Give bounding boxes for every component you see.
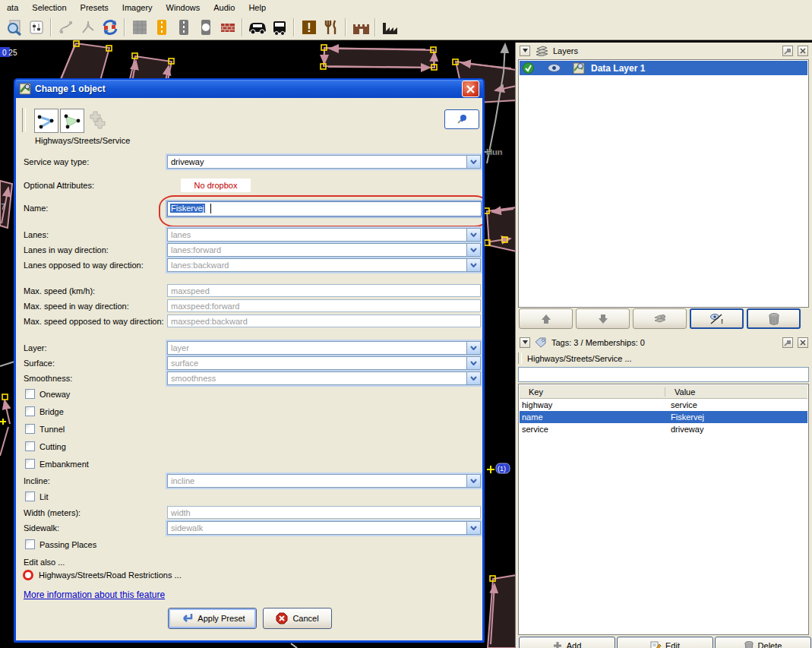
unglue-way-icon[interactable] [55, 17, 77, 39]
menu-audio[interactable]: Audio [207, 1, 242, 14]
menu-selection[interactable]: Selection [25, 1, 73, 14]
edit-tag-button[interactable]: Edit [617, 637, 713, 648]
delete-tag-button[interactable]: Delete [715, 637, 811, 648]
terrace-icon[interactable] [128, 17, 150, 39]
chevron-down-icon[interactable] [466, 475, 480, 487]
service-way-type-combobox[interactable]: driveway [167, 155, 481, 169]
castle-icon[interactable] [349, 17, 371, 39]
search-icon[interactable] [3, 17, 25, 39]
passing-places-checkbox[interactable]: Passing Places [25, 539, 96, 549]
move-layer-up-button[interactable] [519, 308, 573, 329]
checkbox-box[interactable] [25, 406, 35, 416]
lanes-backward-combobox[interactable]: lanes:backward [167, 258, 481, 272]
menu-imagery[interactable]: Imagery [115, 1, 160, 14]
lanes-forward-combobox[interactable]: lanes:forward [167, 243, 481, 257]
toolbar-grip[interactable] [22, 108, 26, 132]
tag-row-highway[interactable]: highway service [520, 399, 807, 411]
field-row-lanes-forward: Lanes in way direction: lanes:forward [16, 243, 482, 258]
bridge-checkbox[interactable]: Bridge [25, 406, 64, 416]
tunnel-checkbox[interactable]: Tunnel [25, 424, 65, 434]
layer-combobox[interactable]: layer [167, 341, 481, 355]
chevron-down-icon[interactable] [466, 522, 480, 534]
maxspeed-backward-input[interactable]: maxspeed:backward [167, 315, 481, 327]
surface-combobox[interactable]: surface [167, 356, 481, 370]
map-count-badge: (1) [498, 465, 506, 473]
maxspeed-forward-input[interactable]: maxspeed:forward [167, 299, 481, 312]
dialog-title: Change 1 object [35, 84, 106, 94]
layers-list[interactable]: Data Layer 1 [518, 59, 809, 308]
chevron-down-icon[interactable] [466, 372, 480, 384]
oneway-checkbox[interactable]: Oneway [25, 389, 70, 399]
merge-layers-icon [653, 314, 667, 324]
chevron-down-icon[interactable] [466, 259, 480, 271]
close-panel-icon[interactable] [798, 46, 808, 56]
toggle-visibility-button[interactable]: ! [690, 308, 744, 329]
minor-road-icon[interactable] [172, 17, 194, 39]
split-way-icon[interactable] [77, 17, 99, 39]
menu-data[interactable]: ata [0, 1, 25, 14]
close-icon[interactable] [462, 81, 479, 97]
apply-preset-button[interactable]: Apply Preset [168, 608, 257, 629]
menu-help[interactable]: Help [242, 1, 273, 14]
chevron-down-icon[interactable] [466, 229, 480, 241]
embankment-checkbox[interactable]: Embankment [25, 459, 89, 469]
incline-combobox[interactable]: incline [167, 474, 481, 488]
cancel-icon [276, 612, 288, 624]
motorway-icon[interactable] [150, 17, 172, 39]
cutting-checkbox[interactable]: Cutting [25, 441, 66, 451]
dialog-titlebar[interactable]: Change 1 object [15, 80, 483, 98]
collapse-panel-icon[interactable] [520, 46, 530, 56]
restaurant-icon[interactable] [320, 17, 342, 39]
checkbox-box[interactable] [25, 424, 35, 434]
value-column-header[interactable]: Value [665, 387, 695, 397]
lanes-combobox[interactable]: lanes [167, 228, 481, 242]
layer-visibility-eye-icon[interactable] [548, 64, 561, 72]
cancel-button[interactable]: Cancel [263, 608, 332, 629]
edit-also-road-restrictions[interactable]: Highways/Streets/Road Restrictions ... [39, 571, 182, 580]
layer-row-data-layer-1[interactable]: Data Layer 1 [520, 61, 807, 75]
name-input[interactable]: Fiskervej [167, 201, 482, 217]
delete-layer-button[interactable] [747, 308, 801, 329]
merge-layer-button[interactable] [633, 308, 687, 329]
layer-active-check-icon[interactable] [523, 62, 534, 74]
works-icon[interactable] [379, 17, 401, 39]
pedestrian-crossing-icon[interactable] [194, 17, 216, 39]
chevron-down-icon[interactable] [466, 244, 480, 256]
sticky-pin-icon[interactable] [782, 46, 793, 56]
smoothness-combobox[interactable]: smoothness [167, 371, 481, 385]
move-layer-down-button[interactable] [576, 308, 630, 329]
tag-filter-input[interactable] [518, 367, 809, 382]
menu-presets[interactable]: Presets [74, 1, 115, 14]
collapse-panel-icon[interactable] [520, 337, 530, 348]
hazard-icon[interactable]: ! [298, 17, 320, 39]
lit-checkbox[interactable]: Lit [25, 492, 49, 501]
checkbox-box[interactable] [25, 539, 35, 549]
chevron-down-icon[interactable] [466, 357, 480, 369]
tag-value: driveway [668, 425, 807, 434]
car-icon[interactable] [246, 17, 268, 39]
key-column-header[interactable]: Key [520, 387, 665, 397]
tag-row-service[interactable]: service driveway [520, 423, 807, 435]
sidewalk-combobox[interactable]: sidewalk [167, 521, 481, 535]
menu-windows[interactable]: Windows [160, 1, 207, 14]
chevron-down-icon[interactable] [466, 156, 480, 168]
tag-row-name[interactable]: name Fiskervej [520, 411, 807, 423]
pin-dialog-button[interactable] [444, 109, 479, 129]
bus-icon[interactable] [268, 17, 290, 39]
checkbox-box[interactable] [25, 389, 35, 399]
checkbox-box[interactable] [25, 441, 35, 451]
preferences-icon[interactable] [25, 17, 47, 39]
width-input[interactable]: width [167, 506, 481, 519]
add-tag-button[interactable]: Add [519, 637, 615, 648]
chevron-down-icon[interactable] [466, 342, 480, 354]
checkbox-box[interactable] [25, 459, 35, 469]
wall-icon[interactable] [216, 17, 239, 39]
data-layer-icon [573, 62, 585, 74]
close-panel-icon[interactable] [798, 337, 808, 348]
maxspeed-input[interactable]: maxspeed [167, 284, 481, 297]
checkbox-box[interactable] [25, 492, 35, 501]
sticky-pin-icon[interactable] [782, 337, 793, 348]
preset-link-row[interactable]: Highways/Streets/Service ... [518, 351, 808, 365]
more-information-link[interactable]: More information about this feature [24, 590, 165, 600]
update-data-icon[interactable] [99, 17, 121, 39]
